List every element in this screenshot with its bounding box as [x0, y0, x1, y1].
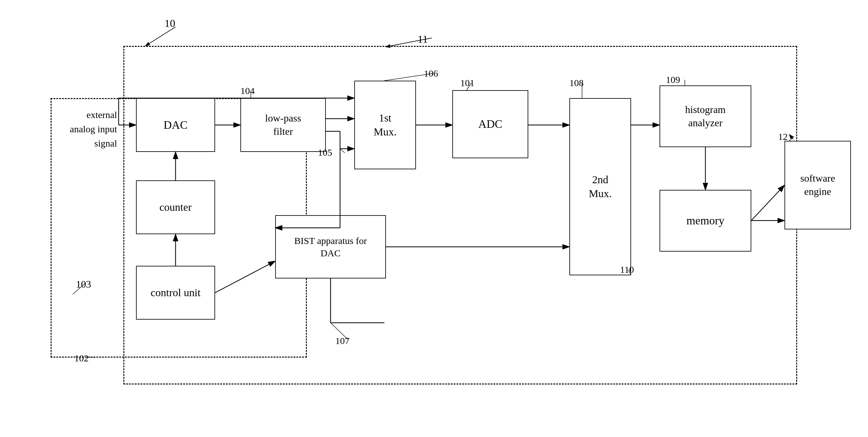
svg-line-33 — [628, 270, 631, 275]
svg-line-32 — [384, 74, 433, 81]
svg-line-2 — [146, 27, 176, 46]
svg-line-24 — [215, 261, 275, 293]
svg-line-35 — [88, 357, 95, 357]
svg-line-36 — [73, 283, 86, 294]
svg-line-27 — [467, 83, 471, 90]
svg-line-31 — [340, 149, 345, 153]
diagram: 10 11 103 externalanalog inputsignal DAC… — [0, 0, 868, 437]
svg-line-4 — [789, 135, 793, 139]
svg-line-34 — [331, 323, 348, 340]
connections-svg — [0, 0, 868, 437]
svg-line-20 — [751, 185, 784, 221]
svg-line-3 — [386, 38, 432, 47]
